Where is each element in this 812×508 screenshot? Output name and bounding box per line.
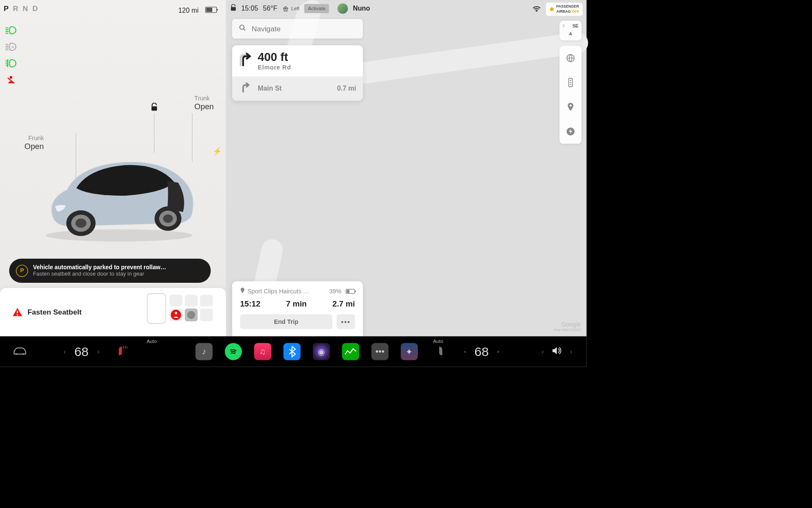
alert-line1: Vehicle automatically parked to prevent … [33, 264, 166, 271]
outside-temp: 56°F [263, 5, 277, 13]
svg-rect-24 [17, 314, 18, 315]
theater-app-button[interactable]: ✦ [401, 343, 418, 360]
trunk-label: Trunk [195, 95, 214, 102]
navigate-search[interactable]: Navigate [232, 19, 363, 39]
apple-music-app-button[interactable]: ♫ [254, 343, 271, 360]
map-panel[interactable]: 15:05 56°F Left Activate Nuno ✱ PASSENGE… [226, 0, 586, 336]
seatbelt-warning-icon [5, 75, 17, 85]
trunk-button[interactable]: Trunk Open [195, 95, 214, 111]
temp-left-down[interactable]: ‹ [63, 348, 66, 356]
map-traffic-button[interactable] [560, 70, 582, 95]
compass[interactable]: E SE ▲ [560, 21, 582, 40]
trip-duration: 7 min [286, 299, 307, 309]
svg-point-22 [163, 214, 173, 223]
gear-selector: P R N D [4, 4, 39, 13]
media-app-button[interactable]: ♪ [195, 343, 212, 360]
more-apps-button[interactable]: ••• [371, 343, 388, 360]
user-name[interactable]: Nuno [353, 5, 370, 13]
turn-right-icon [239, 52, 252, 70]
compass-sub: E [562, 24, 565, 28]
map-attribution: Google Map data ©2023 [554, 321, 581, 332]
spotify-app-button[interactable] [225, 343, 242, 360]
svg-point-41 [570, 80, 571, 81]
energy-app-button[interactable] [342, 343, 359, 360]
bluetooth-app-button[interactable] [283, 343, 300, 360]
trip-summary-card[interactable]: Sport Clips Haircuts … 39% 15:12 7 min 2… [232, 281, 363, 336]
svg-point-16 [46, 229, 192, 242]
nav-directions-card[interactable]: 400 ft Elmore Rd Main St 0.7 mi [232, 45, 363, 101]
lock-icon[interactable] [150, 103, 158, 113]
search-icon [239, 24, 246, 33]
volume-down[interactable]: ‹ [542, 348, 544, 356]
svg-point-30 [175, 312, 177, 315]
seat-heat-right-button[interactable] [434, 344, 445, 359]
compass-arrow-icon: ▲ [568, 30, 573, 37]
nav-current-distance: 400 ft [258, 51, 291, 64]
homelink-hint[interactable]: Left [282, 5, 299, 12]
home-up-icon [282, 5, 289, 12]
volume-icon[interactable] [552, 346, 562, 357]
svg-point-32 [187, 311, 195, 319]
indicator-column: A [5, 26, 17, 85]
volume-control: ‹ › [542, 346, 573, 357]
nav-next-road: Main St [258, 85, 332, 93]
svg-point-29 [171, 310, 181, 320]
time: 15:05 [241, 5, 258, 13]
foglight-icon [5, 59, 17, 68]
avatar[interactable] [337, 3, 348, 14]
unlock-icon[interactable] [230, 4, 236, 13]
car-render-area: Frunk Open Trunk Open ⚡ [25, 92, 214, 251]
map-pin-button[interactable] [560, 95, 582, 119]
map-controls [560, 46, 582, 144]
turn-right-small-icon [239, 82, 252, 95]
wifi-icon[interactable] [533, 6, 541, 14]
trip-more-button[interactable]: ••• [337, 314, 355, 329]
app-tray: ♪ ♫ ◉ ••• ✦ [195, 343, 418, 360]
svg-point-37 [240, 25, 244, 29]
car-controls-button[interactable] [12, 345, 27, 358]
svg-point-44 [570, 105, 572, 107]
homelink-hint-text: Left [291, 6, 299, 11]
car-render[interactable] [33, 135, 208, 245]
alert-toast[interactable]: P Vehicle automatically parked to preven… [9, 259, 211, 283]
trip-destination: Sport Clips Haircuts … [247, 288, 327, 295]
end-trip-button[interactable]: End Trip [240, 314, 332, 329]
map-brand: Google [554, 321, 581, 328]
temp-right-up[interactable]: › [497, 349, 499, 354]
activate-button[interactable]: Activate [304, 4, 329, 13]
svg-rect-35 [231, 7, 236, 11]
svg-rect-33 [200, 295, 213, 306]
map-charger-button[interactable] [560, 119, 582, 144]
trip-eta: 15:12 [240, 299, 261, 309]
right-statusbar: 15:05 56°F Left Activate Nuno ✱ PASSENGE… [226, 0, 586, 17]
dashcam-app-button[interactable]: ◉ [313, 343, 330, 360]
headlight-icon [5, 26, 17, 35]
alert-line2: Fasten seatbelt and close door to stay i… [33, 271, 166, 277]
temp-right-down[interactable]: ‹ [464, 349, 466, 354]
svg-point-47 [22, 353, 24, 355]
svg-point-46 [16, 353, 17, 355]
svg-rect-15 [151, 106, 157, 110]
temp-left-up[interactable]: › [97, 348, 99, 356]
svg-point-13 [10, 76, 12, 79]
volume-up[interactable]: › [570, 348, 572, 356]
seat-heat-left-button[interactable] [116, 344, 127, 359]
seatbelt-card[interactable]: Fasten Seatbelt [0, 288, 226, 336]
auto-label-left: Auto [147, 339, 157, 344]
auto-label-right: Auto [433, 339, 443, 344]
gear-p: P [4, 4, 10, 12]
seatbelt-card-title: Fasten Seatbelt [27, 308, 82, 316]
bottom-dock: Auto ‹ 68 › ♪ ♫ ◉ ••• ✦ Auto ‹ 68 › ‹ › [0, 336, 587, 367]
map-satellite-button[interactable] [560, 46, 582, 70]
svg-point-43 [570, 84, 571, 86]
nav-next-step: Main St 0.7 mi [232, 77, 363, 101]
left-statusbar: P R N D 120 mi [0, 0, 226, 17]
temp-right-value[interactable]: 68 [475, 344, 489, 359]
charge-bolt-icon: ⚡ [213, 147, 222, 155]
svg-point-19 [75, 218, 86, 228]
trip-arrival-soc: 39% [329, 288, 342, 295]
car-status-panel: P R N D 120 mi A Frunk Open Trunk Open ⚡ [0, 0, 226, 336]
svg-rect-23 [17, 311, 18, 313]
warning-triangle-icon [12, 307, 23, 318]
temp-left-value[interactable]: 68 [74, 344, 89, 359]
